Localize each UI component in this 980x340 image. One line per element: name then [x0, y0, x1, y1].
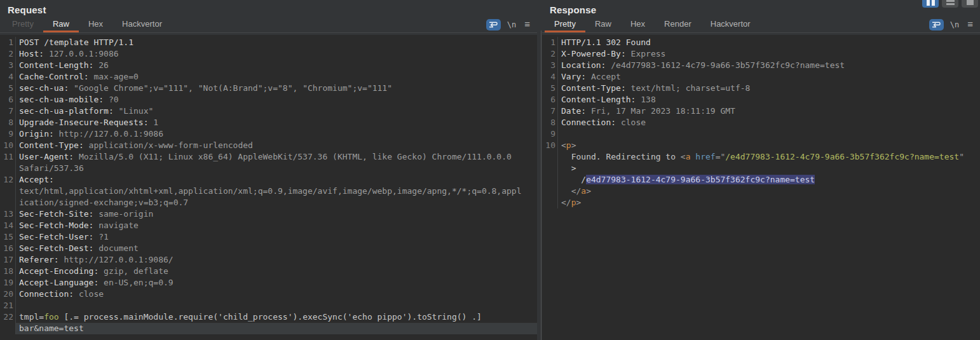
line-number: 12: [0, 174, 15, 186]
code-line[interactable]: 19Accept-Language: en-US,en;q=0.9: [0, 277, 537, 289]
tab-hex-request[interactable]: Hex: [79, 17, 112, 32]
code-segment: a: [686, 152, 691, 161]
code-line[interactable]: 3Content-Length: 26: [0, 60, 537, 71]
request-pane: Request PrettyRawHexHackvertor\n≡ 1POST …: [0, 0, 537, 340]
code-line[interactable]: 20Connection: close: [0, 289, 537, 300]
code-line[interactable]: 2X-Powered-By: Express: [542, 48, 980, 60]
code-line[interactable]: 13Sec-Fetch-Site: same-origin: [0, 208, 537, 220]
line-number: 9: [542, 128, 557, 140]
code-segment: Accept: [586, 72, 621, 81]
code-segment: Sec-Fetch-User:: [19, 232, 93, 241]
code-line[interactable]: Safari/537.36: [0, 163, 537, 174]
line-number: 7: [542, 105, 557, 117]
code-line[interactable]: 17Referer: http://127.0.0.1:9086/: [0, 254, 537, 266]
code-line[interactable]: 3Location: /e4d77983-1612-4c79-9a66-3b57…: [542, 60, 980, 71]
code-line[interactable]: 6sec-ch-ua-mobile: ?0: [0, 94, 537, 105]
tab-hackvertor-response[interactable]: Hackvertor: [701, 17, 760, 32]
code-line[interactable]: 6Content-Length: 138: [542, 94, 980, 105]
response-editor[interactable]: 1HTTP/1.1 302 Found2X-Powered-By: Expres…: [542, 35, 980, 340]
tab-pretty-response[interactable]: Pretty: [545, 17, 585, 32]
code-text: HTTP/1.1 302 Found: [558, 37, 980, 48]
code-line[interactable]: 4Vary: Accept: [542, 71, 980, 83]
code-segment: Sec-Fetch-Dest:: [19, 243, 93, 253]
tab-raw-request[interactable]: Raw: [43, 17, 79, 32]
code-line[interactable]: ication/signed-exchange;v=b3;q=0.7: [0, 197, 537, 208]
code-segment: =": [716, 152, 726, 161]
pane-splitter[interactable]: [537, 0, 542, 340]
tab-hex-response[interactable]: Hex: [621, 17, 655, 32]
code-segment: Content-Type:: [561, 83, 626, 93]
code-segment: Accept-Language:: [19, 278, 99, 287]
code-line[interactable]: 15Sec-Fetch-User: ?1: [0, 231, 537, 243]
line-number: 20: [0, 289, 15, 300]
line-number: 1: [542, 37, 557, 48]
code-text: Host: 127.0.0.1:9086: [16, 48, 537, 60]
code-line[interactable]: </a>: [542, 186, 980, 197]
code-line[interactable]: 1POST /template HTTP/1.1: [0, 37, 537, 48]
code-line[interactable]: </p>: [542, 197, 980, 208]
line-number: [0, 186, 15, 197]
code-line[interactable]: 5sec-ch-ua: "Google Chrome";v="111", "No…: [0, 83, 537, 94]
tab-hackvertor-request[interactable]: Hackvertor: [112, 17, 172, 32]
code-line[interactable]: 8Upgrade-Insecure-Requests: 1: [0, 117, 537, 128]
tab-raw-response[interactable]: Raw: [585, 17, 621, 32]
tab-pretty-request[interactable]: Pretty: [3, 17, 43, 32]
code-segment: text/html; charset=utf-8: [626, 83, 751, 93]
code-line[interactable]: 18Accept-Encoding: gzip, deflate: [0, 266, 537, 277]
layout-columns-button[interactable]: [922, 0, 939, 8]
code-segment: </: [561, 186, 581, 196]
code-text: bar&name=test: [16, 323, 537, 334]
editor-menu-button[interactable]: ≡: [522, 18, 532, 31]
code-segment: Content-Type:: [19, 140, 84, 150]
code-line[interactable]: 11User-Agent: Mozilla/5.0 (X11; Linux x8…: [0, 151, 537, 163]
line-number: 5: [0, 83, 15, 94]
code-line[interactable]: 4Cache-Control: max-age=0: [0, 71, 537, 83]
code-text: Content-Length: 26: [16, 60, 537, 71]
code-line[interactable]: 10Content-Type: application/x-www-form-u…: [0, 140, 537, 151]
code-line[interactable]: 16Sec-Fetch-Dest: document: [0, 243, 537, 254]
show-newlines-button[interactable]: \n: [948, 20, 962, 29]
line-number: 8: [0, 117, 15, 128]
code-line[interactable]: 1HTTP/1.1 302 Found: [542, 37, 980, 48]
code-line[interactable]: 10<p>: [542, 140, 980, 151]
code-segment: Found. Redirecting to: [561, 152, 681, 161]
code-line[interactable]: 12Accept:: [0, 174, 537, 186]
code-line[interactable]: 7sec-ch-ua-platform: "Linux": [0, 105, 537, 117]
code-line[interactable]: bar&name=test: [0, 323, 537, 334]
code-segment: Upgrade-Insecure-Requests:: [19, 118, 149, 127]
code-line[interactable]: 2Host: 127.0.0.1:9086: [0, 48, 537, 60]
word-wrap-icon: [489, 21, 498, 28]
layout-rows-button[interactable]: [942, 0, 958, 8]
code-text: Accept:: [16, 174, 537, 186]
tab-render-response[interactable]: Render: [655, 17, 701, 32]
code-segment: p: [566, 140, 571, 150]
word-wrap-button[interactable]: [929, 19, 944, 31]
line-number: [542, 163, 557, 174]
code-line[interactable]: 9Origin: http://127.0.0.1:9086: [0, 128, 537, 140]
code-line[interactable]: 9: [542, 128, 980, 140]
code-line[interactable]: 21: [0, 300, 537, 311]
layout-single-button[interactable]: [962, 0, 978, 8]
code-line[interactable]: text/html,application/xhtml+xml,applicat…: [0, 186, 537, 197]
request-editor[interactable]: 1POST /template HTTP/1.12Host: 127.0.0.1…: [0, 35, 537, 340]
code-line[interactable]: >: [542, 163, 980, 174]
code-line[interactable]: 22tmpl=foo [.= process.mainModule.requir…: [0, 311, 537, 323]
code-segment: Location:: [561, 60, 606, 70]
line-number: 5: [542, 83, 557, 94]
code-line[interactable]: 14Sec-Fetch-Mode: navigate: [0, 220, 537, 231]
word-wrap-button[interactable]: [486, 19, 501, 31]
code-segment: </: [561, 198, 571, 207]
code-line[interactable]: 8Connection: close: [542, 117, 980, 128]
response-pane: Response PrettyRawHexRenderHackvertor\n≡…: [542, 0, 980, 340]
code-segment: Host:: [19, 49, 44, 58]
code-line[interactable]: Found. Redirecting to <a href="/e4d77983…: [542, 151, 980, 163]
editor-menu-button[interactable]: ≡: [965, 18, 975, 31]
code-line[interactable]: 7Date: Fri, 17 Mar 2023 18:11:19 GMT: [542, 105, 980, 117]
code-line[interactable]: 5Content-Type: text/html; charset=utf-8: [542, 83, 980, 94]
code-text: text/html,application/xhtml+xml,applicat…: [16, 186, 537, 197]
show-newlines-button[interactable]: \n: [505, 20, 519, 29]
code-segment: 26: [93, 60, 108, 70]
word-wrap-icon: [932, 21, 941, 28]
code-line[interactable]: /e4d77983-1612-4c79-9a66-3b57f362fc9c?na…: [542, 174, 980, 186]
code-text: Vary: Accept: [558, 71, 980, 83]
